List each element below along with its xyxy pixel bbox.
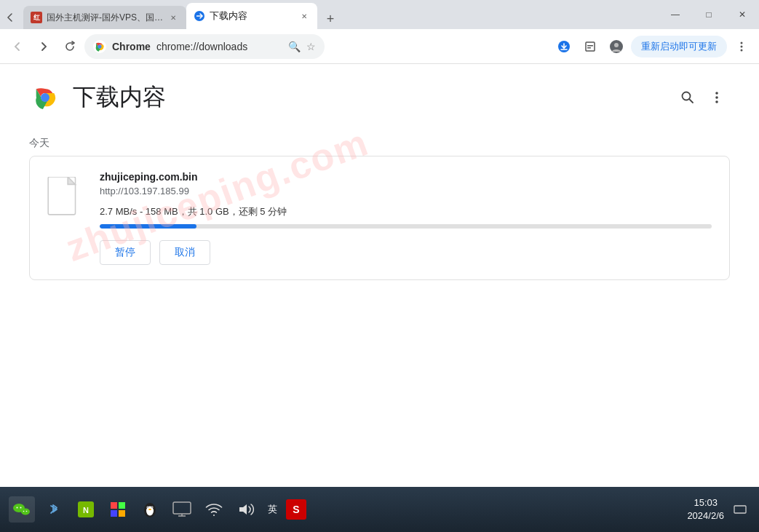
page-content-area: zhujiceping.com 下载内容 今天 <box>0 64 759 487</box>
update-button[interactable]: 重新启动即可更新 <box>631 36 727 57</box>
tab-active-label: 下载内容 <box>210 9 294 23</box>
close-button[interactable]: ✕ <box>726 3 759 26</box>
progress-bar-fill <box>100 224 196 229</box>
page-header: 下载内容 <box>29 64 730 125</box>
taskbar-notification-button[interactable] <box>730 499 750 520</box>
svg-point-19 <box>715 96 718 99</box>
taskbar-penguin-icon[interactable] <box>137 496 163 523</box>
svg-point-40 <box>148 509 151 510</box>
chrome-logo-large <box>29 82 61 114</box>
forward-button[interactable] <box>32 35 55 58</box>
download-file-icon <box>47 177 82 218</box>
tab-inactive-1[interactable]: 红 国外主机测评-国外VPS、国… ✕ <box>23 6 186 29</box>
svg-point-38 <box>147 507 148 507</box>
taskbar-antivirus-icon[interactable]: S <box>286 499 306 520</box>
tab-close-active[interactable]: ✕ <box>298 10 310 22</box>
taskbar-bluetooth-icon[interactable] <box>41 496 67 523</box>
svg-rect-46 <box>734 506 746 513</box>
svg-point-20 <box>715 100 718 103</box>
window-controls: — □ ✕ <box>659 0 759 29</box>
new-tab-button[interactable]: + <box>320 9 341 29</box>
search-downloads-button[interactable] <box>675 84 701 111</box>
page-header-actions <box>675 84 730 111</box>
address-search-icon: 🔍 <box>288 41 301 52</box>
page-title: 下载内容 <box>73 82 675 114</box>
menu-button[interactable] <box>730 35 753 58</box>
svg-point-24 <box>20 507 22 509</box>
chrome-label: Chrome <box>112 41 151 52</box>
taskbar-clock[interactable]: 15:03 2024/2/6 <box>687 496 724 523</box>
taskbar-wifi-icon[interactable] <box>201 496 227 523</box>
cancel-button[interactable]: 取消 <box>159 240 210 265</box>
svg-point-13 <box>741 49 743 51</box>
progress-bar <box>100 224 712 229</box>
address-bar[interactable]: Chrome chrome://downloads 🔍 ☆ <box>84 34 325 59</box>
svg-point-25 <box>21 509 30 515</box>
taskbar: N 英 S 15 <box>0 487 759 532</box>
svg-point-15 <box>41 93 49 102</box>
svg-rect-31 <box>119 502 125 509</box>
svg-line-17 <box>689 99 693 103</box>
taskbar-volume-icon[interactable] <box>233 496 259 523</box>
minimize-button[interactable]: — <box>659 3 692 26</box>
svg-rect-32 <box>111 510 117 517</box>
tab-inactive-favicon: 红 <box>31 12 42 23</box>
download-actions: 暂停 取消 <box>100 240 712 265</box>
tab-close-inactive[interactable]: ✕ <box>167 12 179 23</box>
svg-point-44 <box>213 515 215 516</box>
download-status-icon[interactable] <box>552 35 576 58</box>
profile-icon[interactable] <box>605 35 628 58</box>
svg-point-26 <box>23 511 25 512</box>
download-url: http://103.197.185.99 <box>100 186 712 196</box>
svg-point-11 <box>741 41 743 44</box>
svg-point-39 <box>151 507 152 507</box>
tab-active-favicon <box>194 10 205 22</box>
back-button[interactable] <box>6 35 29 58</box>
taskbar-nvidia-icon[interactable]: N <box>73 496 99 523</box>
tab-strip-back[interactable] <box>0 6 20 29</box>
svg-marker-45 <box>239 504 247 515</box>
pause-button[interactable]: 暂停 <box>100 240 151 265</box>
svg-point-23 <box>17 507 18 509</box>
svg-text:N: N <box>83 506 89 515</box>
page-inner: 下载内容 今天 zhuji <box>0 64 759 280</box>
title-bar: 红 国外主机测评-国外VPS、国… ✕ 下载内容 ✕ + — □ ✕ <box>0 0 759 29</box>
bookmark-icon: ☆ <box>306 41 316 52</box>
svg-rect-33 <box>119 510 125 517</box>
svg-rect-41 <box>173 502 191 514</box>
more-actions-button[interactable] <box>704 84 730 111</box>
nav-bar: Chrome chrome://downloads 🔍 ☆ 重新启动即可更新 <box>0 29 759 64</box>
svg-point-27 <box>26 511 28 512</box>
download-filename: zhujiceping.com.bin <box>100 171 712 183</box>
svg-rect-8 <box>587 47 591 49</box>
svg-point-12 <box>741 45 743 47</box>
download-info: zhujiceping.com.bin http://103.197.185.9… <box>100 171 712 265</box>
taskbar-screen-icon[interactable] <box>169 496 195 523</box>
taskbar-language-indicator[interactable]: 英 <box>265 503 280 516</box>
svg-rect-7 <box>587 45 593 47</box>
reload-button[interactable] <box>58 35 82 58</box>
download-card: zhujiceping.com.bin http://103.197.185.9… <box>29 156 730 280</box>
svg-point-18 <box>715 92 718 95</box>
svg-point-10 <box>614 43 619 47</box>
chrome-logo-small <box>93 40 106 53</box>
taskbar-app-icon[interactable] <box>105 496 131 523</box>
taskbar-wechat-icon[interactable] <box>9 496 35 523</box>
download-status: 2.7 MB/s - 158 MB，共 1.0 GB，还剩 5 分钟 <box>100 205 712 218</box>
address-url: chrome://downloads <box>156 41 282 52</box>
svg-point-2 <box>98 44 102 48</box>
svg-rect-30 <box>111 502 117 509</box>
maximize-button[interactable]: □ <box>692 3 726 26</box>
tab-active-1[interactable]: 下载内容 ✕ <box>186 3 317 29</box>
svg-rect-6 <box>586 42 595 51</box>
reader-mode-icon[interactable] <box>579 35 602 58</box>
section-today: 今天 <box>29 137 730 150</box>
tab-inactive-label: 国外主机测评-国外VPS、国… <box>47 12 163 24</box>
